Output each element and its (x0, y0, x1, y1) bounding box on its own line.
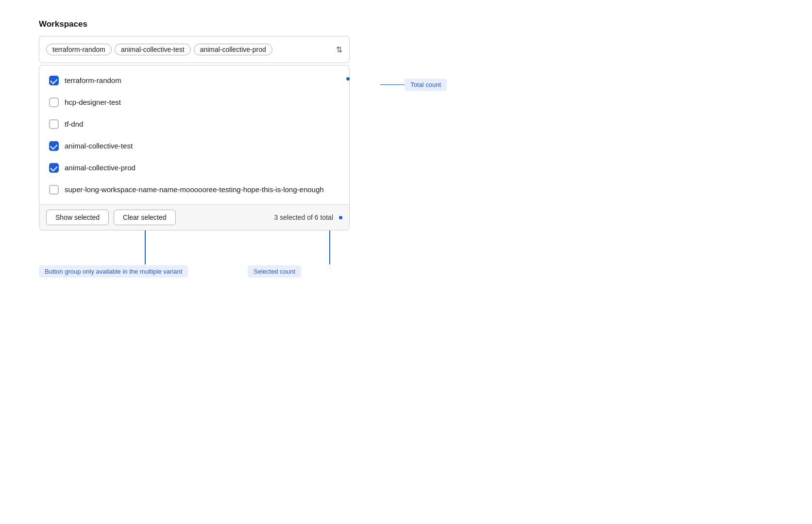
item-label-tf-dnd: tf-dnd (65, 119, 83, 129)
item-label-animal-collective-test: animal-collective-test (65, 141, 133, 151)
list-item[interactable]: hcp-designer-test (39, 91, 349, 113)
total-count-label: Total count (405, 79, 447, 91)
select-container: terraform-random animal-collective-test … (39, 36, 350, 230)
dropdown-list: terraform-random hcp-designer-test tf-dn… (39, 66, 349, 204)
workspaces-section: Workspaces terraform-random animal-colle… (39, 19, 773, 230)
select-display[interactable]: terraform-random animal-collective-test … (39, 36, 350, 63)
checkbox-super-long[interactable] (49, 185, 59, 195)
item-label-terraform-random: terraform-random (65, 75, 121, 85)
btn-group-vline (145, 230, 146, 264)
list-item[interactable]: super-long-workspace-name-name-moooooree… (39, 179, 349, 200)
clear-selected-button[interactable]: Clear selected (114, 210, 176, 225)
workspaces-title: Workspaces (39, 19, 773, 29)
show-selected-button[interactable]: Show selected (46, 210, 109, 225)
selection-count-dot (339, 216, 342, 219)
tag-terraform-random: terraform-random (46, 44, 112, 55)
button-group-annotation-label: Button group only available in the multi… (39, 265, 188, 278)
selected-count-vline (329, 230, 330, 264)
tag-animal-collective-test: animal-collective-test (115, 44, 191, 55)
list-item[interactable]: terraform-random (39, 69, 349, 91)
chevron-icon: ⇅ (336, 45, 342, 54)
checkbox-animal-collective-prod[interactable] (49, 163, 59, 173)
dropdown-footer: Show selected Clear selected 3 selected … (39, 204, 349, 230)
dropdown: terraform-random hcp-designer-test tf-dn… (39, 65, 350, 230)
list-item[interactable]: animal-collective-test (39, 135, 349, 157)
list-item[interactable]: tf-dnd (39, 113, 349, 135)
list-item[interactable]: animal-collective-prod (39, 157, 349, 179)
checkbox-hcp-designer-test[interactable] (49, 98, 59, 107)
item-label-super-long: super-long-workspace-name-name-moooooree… (65, 184, 324, 195)
total-count-annotation: Total count (380, 79, 447, 91)
checkbox-animal-collective-test[interactable] (49, 141, 59, 151)
item-label-hcp-designer-test: hcp-designer-test (65, 97, 121, 107)
tag-animal-collective-prod: animal-collective-prod (194, 44, 272, 55)
checkbox-tf-dnd[interactable] (49, 119, 59, 129)
total-count-line (380, 84, 405, 85)
selection-count-text: 3 selected of 6 total (274, 213, 333, 221)
total-count-dot (346, 77, 350, 81)
item-label-animal-collective-prod: animal-collective-prod (65, 163, 135, 173)
selected-count-annotation-label: Selected count (248, 265, 301, 278)
checkbox-terraform-random[interactable] (49, 76, 59, 85)
